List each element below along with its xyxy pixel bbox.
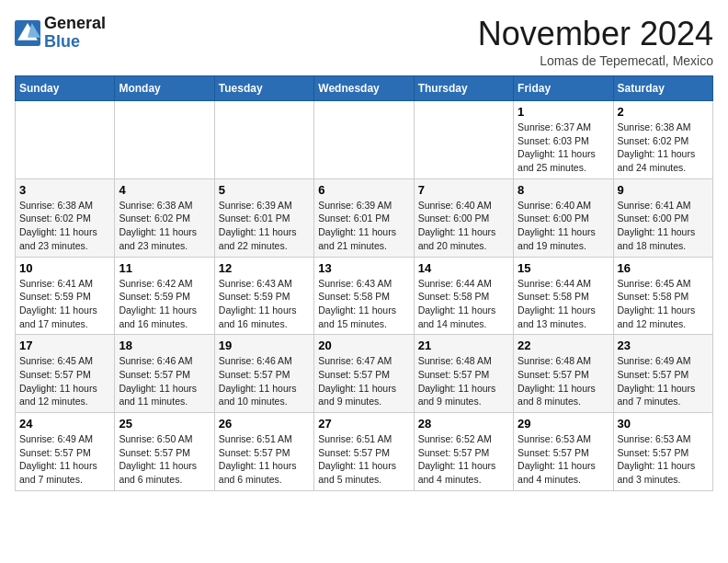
day-number: 22 xyxy=(518,339,609,352)
calendar-cell xyxy=(16,101,115,179)
day-info: Sunrise: 6:40 AMSunset: 6:00 PMDaylight:… xyxy=(418,199,509,253)
calendar-cell xyxy=(414,101,513,179)
day-info: Sunrise: 6:48 AMSunset: 5:57 PMDaylight:… xyxy=(518,354,609,408)
day-info: Sunrise: 6:50 AMSunset: 5:57 PMDaylight:… xyxy=(119,432,210,487)
calendar-cell: 2Sunrise: 6:38 AMSunset: 6:02 PMDaylight… xyxy=(613,101,712,179)
calendar-cell: 8Sunrise: 6:40 AMSunset: 6:00 PMDaylight… xyxy=(514,178,613,257)
day-number: 13 xyxy=(318,261,409,275)
day-number: 26 xyxy=(219,417,310,431)
logo-line2: Blue xyxy=(44,33,106,52)
calendar-cell: 5Sunrise: 6:39 AMSunset: 6:01 PMDaylight… xyxy=(214,178,313,257)
logo-line1: General xyxy=(44,15,106,33)
day-number: 8 xyxy=(518,183,609,197)
day-number: 24 xyxy=(19,417,110,431)
day-info: Sunrise: 6:53 AMSunset: 5:57 PMDaylight:… xyxy=(518,432,609,487)
calendar-week-3: 10Sunrise: 6:41 AMSunset: 5:59 PMDayligh… xyxy=(16,257,713,335)
day-info: Sunrise: 6:39 AMSunset: 6:01 PMDaylight:… xyxy=(318,199,409,253)
calendar-cell: 26Sunrise: 6:51 AMSunset: 5:57 PMDayligh… xyxy=(214,413,313,491)
location: Lomas de Tepemecatl, Mexico xyxy=(478,53,713,68)
day-number: 29 xyxy=(518,417,609,431)
day-info: Sunrise: 6:45 AMSunset: 5:58 PMDaylight:… xyxy=(618,277,709,331)
day-info: Sunrise: 6:52 AMSunset: 5:57 PMDaylight:… xyxy=(418,432,509,487)
calendar-cell: 22Sunrise: 6:48 AMSunset: 5:57 PMDayligh… xyxy=(514,335,613,413)
calendar-header-thursday: Thursday xyxy=(414,76,513,101)
calendar-cell xyxy=(115,101,214,179)
day-info: Sunrise: 6:37 AMSunset: 6:03 PMDaylight:… xyxy=(518,121,609,175)
calendar-cell: 1Sunrise: 6:37 AMSunset: 6:03 PMDaylight… xyxy=(514,101,613,179)
calendar-cell: 20Sunrise: 6:47 AMSunset: 5:57 PMDayligh… xyxy=(314,335,414,413)
day-info: Sunrise: 6:41 AMSunset: 5:59 PMDaylight:… xyxy=(19,277,110,331)
logo-text: General Blue xyxy=(44,15,106,52)
day-info: Sunrise: 6:43 AMSunset: 5:59 PMDaylight:… xyxy=(219,277,310,331)
calendar-cell: 18Sunrise: 6:46 AMSunset: 5:57 PMDayligh… xyxy=(115,335,214,413)
day-info: Sunrise: 6:47 AMSunset: 5:57 PMDaylight:… xyxy=(318,354,409,408)
calendar-header-saturday: Saturday xyxy=(613,76,712,101)
calendar-header-tuesday: Tuesday xyxy=(214,76,313,101)
calendar-cell: 15Sunrise: 6:44 AMSunset: 5:58 PMDayligh… xyxy=(514,257,613,335)
day-number: 6 xyxy=(318,183,409,197)
day-info: Sunrise: 6:51 AMSunset: 5:57 PMDaylight:… xyxy=(219,432,310,487)
calendar-cell: 30Sunrise: 6:53 AMSunset: 5:57 PMDayligh… xyxy=(613,413,712,491)
title-block: November 2024 Lomas de Tepemecatl, Mexic… xyxy=(478,15,713,68)
calendar-body: 1Sunrise: 6:37 AMSunset: 6:03 PMDaylight… xyxy=(16,101,713,491)
day-info: Sunrise: 6:42 AMSunset: 5:59 PMDaylight:… xyxy=(119,277,210,331)
day-info: Sunrise: 6:46 AMSunset: 5:57 PMDaylight:… xyxy=(119,354,210,408)
calendar-week-5: 24Sunrise: 6:49 AMSunset: 5:57 PMDayligh… xyxy=(16,413,713,491)
calendar-cell: 19Sunrise: 6:46 AMSunset: 5:57 PMDayligh… xyxy=(214,335,313,413)
logo: General Blue xyxy=(15,15,106,52)
calendar-cell: 23Sunrise: 6:49 AMSunset: 5:57 PMDayligh… xyxy=(613,335,712,413)
calendar-cell: 12Sunrise: 6:43 AMSunset: 5:59 PMDayligh… xyxy=(214,257,313,335)
calendar-cell: 11Sunrise: 6:42 AMSunset: 5:59 PMDayligh… xyxy=(115,257,214,335)
page-header: General Blue November 2024 Lomas de Tepe… xyxy=(15,15,713,68)
calendar-cell xyxy=(214,101,313,179)
day-info: Sunrise: 6:39 AMSunset: 6:01 PMDaylight:… xyxy=(219,199,310,253)
calendar-cell: 10Sunrise: 6:41 AMSunset: 5:59 PMDayligh… xyxy=(16,257,115,335)
day-info: Sunrise: 6:51 AMSunset: 5:57 PMDaylight:… xyxy=(318,432,409,487)
calendar-cell: 21Sunrise: 6:48 AMSunset: 5:57 PMDayligh… xyxy=(414,335,513,413)
day-number: 2 xyxy=(618,105,709,119)
day-number: 19 xyxy=(219,339,310,352)
day-number: 23 xyxy=(618,339,709,352)
calendar-cell: 29Sunrise: 6:53 AMSunset: 5:57 PMDayligh… xyxy=(514,413,613,491)
calendar-cell: 16Sunrise: 6:45 AMSunset: 5:58 PMDayligh… xyxy=(613,257,712,335)
calendar-cell: 24Sunrise: 6:49 AMSunset: 5:57 PMDayligh… xyxy=(16,413,115,491)
day-number: 5 xyxy=(219,183,310,197)
calendar-cell: 17Sunrise: 6:45 AMSunset: 5:57 PMDayligh… xyxy=(16,335,115,413)
calendar-table: SundayMondayTuesdayWednesdayThursdayFrid… xyxy=(15,75,713,491)
day-info: Sunrise: 6:38 AMSunset: 6:02 PMDaylight:… xyxy=(119,199,210,253)
day-number: 17 xyxy=(19,339,110,352)
day-number: 4 xyxy=(119,183,210,197)
day-number: 28 xyxy=(418,417,509,431)
calendar-cell xyxy=(314,101,414,179)
day-info: Sunrise: 6:41 AMSunset: 6:00 PMDaylight:… xyxy=(618,199,709,253)
day-info: Sunrise: 6:45 AMSunset: 5:57 PMDaylight:… xyxy=(19,354,110,408)
calendar-week-4: 17Sunrise: 6:45 AMSunset: 5:57 PMDayligh… xyxy=(16,335,713,413)
calendar-header-monday: Monday xyxy=(115,76,214,101)
day-number: 27 xyxy=(318,417,409,431)
day-number: 12 xyxy=(219,261,310,275)
calendar-header-row: SundayMondayTuesdayWednesdayThursdayFrid… xyxy=(16,76,713,101)
calendar-week-2: 3Sunrise: 6:38 AMSunset: 6:02 PMDaylight… xyxy=(16,178,713,257)
day-info: Sunrise: 6:38 AMSunset: 6:02 PMDaylight:… xyxy=(618,121,709,175)
day-number: 9 xyxy=(618,183,709,197)
day-info: Sunrise: 6:46 AMSunset: 5:57 PMDaylight:… xyxy=(219,354,310,408)
day-info: Sunrise: 6:49 AMSunset: 5:57 PMDaylight:… xyxy=(618,354,709,408)
day-number: 21 xyxy=(418,339,509,352)
day-info: Sunrise: 6:53 AMSunset: 5:57 PMDaylight:… xyxy=(618,432,709,487)
calendar-header-friday: Friday xyxy=(514,76,613,101)
calendar-header-sunday: Sunday xyxy=(16,76,115,101)
calendar-cell: 27Sunrise: 6:51 AMSunset: 5:57 PMDayligh… xyxy=(314,413,414,491)
day-info: Sunrise: 6:40 AMSunset: 6:00 PMDaylight:… xyxy=(518,199,609,253)
logo-icon xyxy=(15,20,40,46)
day-number: 15 xyxy=(518,261,609,275)
day-number: 20 xyxy=(318,339,409,352)
month-title: November 2024 xyxy=(478,15,713,53)
calendar-cell: 25Sunrise: 6:50 AMSunset: 5:57 PMDayligh… xyxy=(115,413,214,491)
calendar-cell: 13Sunrise: 6:43 AMSunset: 5:58 PMDayligh… xyxy=(314,257,414,335)
calendar-week-1: 1Sunrise: 6:37 AMSunset: 6:03 PMDaylight… xyxy=(16,101,713,179)
day-info: Sunrise: 6:38 AMSunset: 6:02 PMDaylight:… xyxy=(19,199,110,253)
calendar-cell: 9Sunrise: 6:41 AMSunset: 6:00 PMDaylight… xyxy=(613,178,712,257)
calendar-cell: 4Sunrise: 6:38 AMSunset: 6:02 PMDaylight… xyxy=(115,178,214,257)
day-info: Sunrise: 6:44 AMSunset: 5:58 PMDaylight:… xyxy=(418,277,509,331)
day-number: 25 xyxy=(119,417,210,431)
